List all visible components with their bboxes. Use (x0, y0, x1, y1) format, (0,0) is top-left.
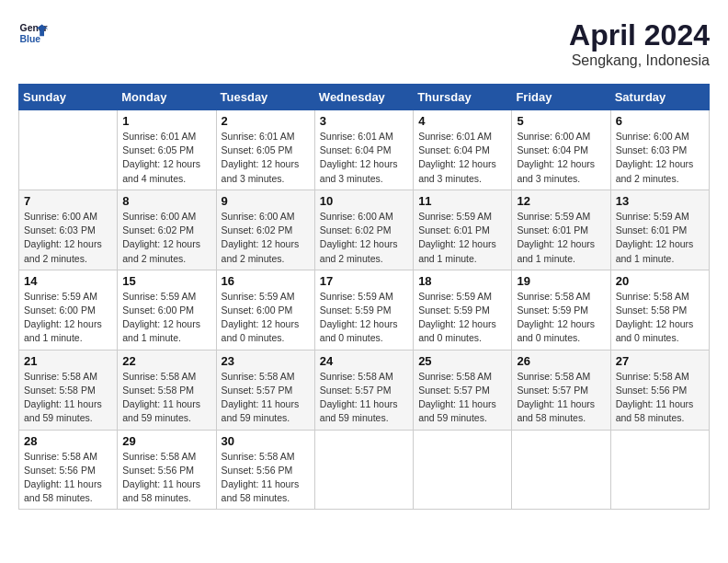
day-of-week-header: Friday (512, 85, 610, 110)
day-of-week-header: Monday (118, 85, 216, 110)
calendar-day-cell: 5Sunrise: 6:00 AMSunset: 6:04 PMDaylight… (512, 110, 610, 190)
day-number: 25 (418, 354, 506, 368)
calendar-day-cell: 26Sunrise: 5:58 AMSunset: 5:57 PMDayligh… (512, 350, 610, 430)
day-info-text: Sunrise: 5:59 AMSunset: 6:00 PMDaylight:… (24, 290, 112, 346)
day-info-text: Sunrise: 5:59 AMSunset: 6:01 PMDaylight:… (517, 210, 605, 266)
day-info-text: Sunrise: 5:58 AMSunset: 5:57 PMDaylight:… (517, 370, 605, 426)
month-year-title: April 2024 (569, 18, 710, 52)
calendar-day-cell: 16Sunrise: 5:59 AMSunset: 6:00 PMDayligh… (216, 270, 314, 350)
day-number: 20 (616, 274, 704, 288)
day-info-text: Sunrise: 6:01 AMSunset: 6:05 PMDaylight:… (122, 130, 210, 186)
day-of-week-header: Saturday (610, 85, 709, 110)
day-info-text: Sunrise: 5:59 AMSunset: 6:01 PMDaylight:… (418, 210, 506, 266)
calendar-day-cell: 24Sunrise: 5:58 AMSunset: 5:57 PMDayligh… (314, 350, 413, 430)
calendar-day-cell: 12Sunrise: 5:59 AMSunset: 6:01 PMDayligh… (512, 190, 610, 270)
day-number: 19 (517, 274, 605, 288)
day-info-text: Sunrise: 5:58 AMSunset: 5:57 PMDaylight:… (222, 370, 310, 426)
calendar-day-cell: 11Sunrise: 5:59 AMSunset: 6:01 PMDayligh… (414, 190, 512, 270)
calendar-table: SundayMondayTuesdayWednesdayThursdayFrid… (18, 84, 710, 510)
location-subtitle: Sengkang, Indonesia (569, 52, 710, 69)
day-of-week-header: Sunday (19, 85, 118, 110)
calendar-day-cell (19, 110, 118, 190)
day-number: 24 (320, 354, 408, 368)
day-info-text: Sunrise: 6:01 AMSunset: 6:05 PMDaylight:… (222, 130, 310, 186)
calendar-day-cell (610, 430, 709, 510)
calendar-day-cell: 1Sunrise: 6:01 AMSunset: 6:05 PMDaylight… (118, 110, 216, 190)
calendar-day-cell: 3Sunrise: 6:01 AMSunset: 6:04 PMDaylight… (314, 110, 413, 190)
calendar-week-row: 14Sunrise: 5:59 AMSunset: 6:00 PMDayligh… (19, 270, 710, 350)
day-number: 3 (320, 114, 408, 128)
calendar-day-cell: 10Sunrise: 6:00 AMSunset: 6:02 PMDayligh… (314, 190, 413, 270)
day-number: 9 (222, 194, 310, 208)
calendar-day-cell: 23Sunrise: 5:58 AMSunset: 5:57 PMDayligh… (216, 350, 314, 430)
day-number: 1 (122, 114, 210, 128)
day-info-text: Sunrise: 5:58 AMSunset: 5:58 PMDaylight:… (24, 370, 112, 426)
day-number: 28 (24, 434, 112, 448)
calendar-day-cell: 17Sunrise: 5:59 AMSunset: 5:59 PMDayligh… (314, 270, 413, 350)
day-info-text: Sunrise: 5:59 AMSunset: 5:59 PMDaylight:… (320, 290, 408, 346)
day-number: 26 (517, 354, 605, 368)
day-info-text: Sunrise: 5:58 AMSunset: 5:57 PMDaylight:… (418, 370, 506, 426)
day-info-text: Sunrise: 5:58 AMSunset: 5:59 PMDaylight:… (517, 290, 605, 346)
day-info-text: Sunrise: 5:59 AMSunset: 6:01 PMDaylight:… (616, 210, 704, 266)
day-of-week-header: Thursday (414, 85, 512, 110)
day-info-text: Sunrise: 5:58 AMSunset: 5:58 PMDaylight:… (616, 290, 704, 346)
calendar-day-cell: 13Sunrise: 5:59 AMSunset: 6:01 PMDayligh… (610, 190, 709, 270)
calendar-day-cell: 30Sunrise: 5:58 AMSunset: 5:56 PMDayligh… (216, 430, 314, 510)
calendar-day-cell: 15Sunrise: 5:59 AMSunset: 6:00 PMDayligh… (118, 270, 216, 350)
day-info-text: Sunrise: 5:58 AMSunset: 5:56 PMDaylight:… (222, 450, 310, 506)
day-number: 17 (320, 274, 408, 288)
day-info-text: Sunrise: 5:58 AMSunset: 5:56 PMDaylight:… (122, 450, 210, 506)
calendar-day-cell: 25Sunrise: 5:58 AMSunset: 5:57 PMDayligh… (414, 350, 512, 430)
day-of-week-header: Tuesday (216, 85, 314, 110)
day-number: 5 (517, 114, 605, 128)
calendar-day-cell: 7Sunrise: 6:00 AMSunset: 6:03 PMDaylight… (19, 190, 118, 270)
day-number: 30 (222, 434, 310, 448)
day-number: 12 (517, 194, 605, 208)
svg-text:Blue: Blue (20, 34, 41, 44)
day-info-text: Sunrise: 5:59 AMSunset: 6:00 PMDaylight:… (122, 290, 210, 346)
day-info-text: Sunrise: 5:58 AMSunset: 5:56 PMDaylight:… (24, 450, 112, 506)
calendar-day-cell: 22Sunrise: 5:58 AMSunset: 5:58 PMDayligh… (118, 350, 216, 430)
calendar-week-row: 1Sunrise: 6:01 AMSunset: 6:05 PMDaylight… (19, 110, 710, 190)
calendar-day-cell: 19Sunrise: 5:58 AMSunset: 5:59 PMDayligh… (512, 270, 610, 350)
calendar-body: 1Sunrise: 6:01 AMSunset: 6:05 PMDaylight… (19, 110, 710, 510)
day-info-text: Sunrise: 5:58 AMSunset: 5:57 PMDaylight:… (320, 370, 408, 426)
day-number: 23 (222, 354, 310, 368)
day-info-text: Sunrise: 6:00 AMSunset: 6:03 PMDaylight:… (616, 130, 704, 186)
day-number: 27 (616, 354, 704, 368)
day-info-text: Sunrise: 6:00 AMSunset: 6:02 PMDaylight:… (122, 210, 210, 266)
calendar-day-cell: 28Sunrise: 5:58 AMSunset: 5:56 PMDayligh… (19, 430, 118, 510)
day-number: 6 (616, 114, 704, 128)
day-info-text: Sunrise: 6:01 AMSunset: 6:04 PMDaylight:… (320, 130, 408, 186)
logo: General Blue (18, 18, 48, 48)
day-number: 8 (122, 194, 210, 208)
day-info-text: Sunrise: 6:00 AMSunset: 6:04 PMDaylight:… (517, 130, 605, 186)
day-number: 16 (222, 274, 310, 288)
calendar-header-row: SundayMondayTuesdayWednesdayThursdayFrid… (19, 85, 710, 110)
day-number: 11 (418, 194, 506, 208)
day-info-text: Sunrise: 5:58 AMSunset: 5:58 PMDaylight:… (122, 370, 210, 426)
calendar-day-cell (414, 430, 512, 510)
day-number: 4 (418, 114, 506, 128)
day-number: 29 (122, 434, 210, 448)
calendar-day-cell: 20Sunrise: 5:58 AMSunset: 5:58 PMDayligh… (610, 270, 709, 350)
calendar-day-cell: 21Sunrise: 5:58 AMSunset: 5:58 PMDayligh… (19, 350, 118, 430)
day-info-text: Sunrise: 5:59 AMSunset: 5:59 PMDaylight:… (418, 290, 506, 346)
day-number: 14 (24, 274, 112, 288)
day-number: 15 (122, 274, 210, 288)
day-number: 18 (418, 274, 506, 288)
calendar-week-row: 28Sunrise: 5:58 AMSunset: 5:56 PMDayligh… (19, 430, 710, 510)
day-number: 13 (616, 194, 704, 208)
day-info-text: Sunrise: 5:59 AMSunset: 6:00 PMDaylight:… (222, 290, 310, 346)
calendar-day-cell: 9Sunrise: 6:00 AMSunset: 6:02 PMDaylight… (216, 190, 314, 270)
calendar-day-cell: 6Sunrise: 6:00 AMSunset: 6:03 PMDaylight… (610, 110, 709, 190)
day-number: 2 (222, 114, 310, 128)
day-info-text: Sunrise: 6:01 AMSunset: 6:04 PMDaylight:… (418, 130, 506, 186)
calendar-day-cell: 29Sunrise: 5:58 AMSunset: 5:56 PMDayligh… (118, 430, 216, 510)
day-info-text: Sunrise: 5:58 AMSunset: 5:56 PMDaylight:… (616, 370, 704, 426)
day-number: 21 (24, 354, 112, 368)
calendar-day-cell: 2Sunrise: 6:01 AMSunset: 6:05 PMDaylight… (216, 110, 314, 190)
calendar-week-row: 7Sunrise: 6:00 AMSunset: 6:03 PMDaylight… (19, 190, 710, 270)
day-info-text: Sunrise: 6:00 AMSunset: 6:03 PMDaylight:… (24, 210, 112, 266)
